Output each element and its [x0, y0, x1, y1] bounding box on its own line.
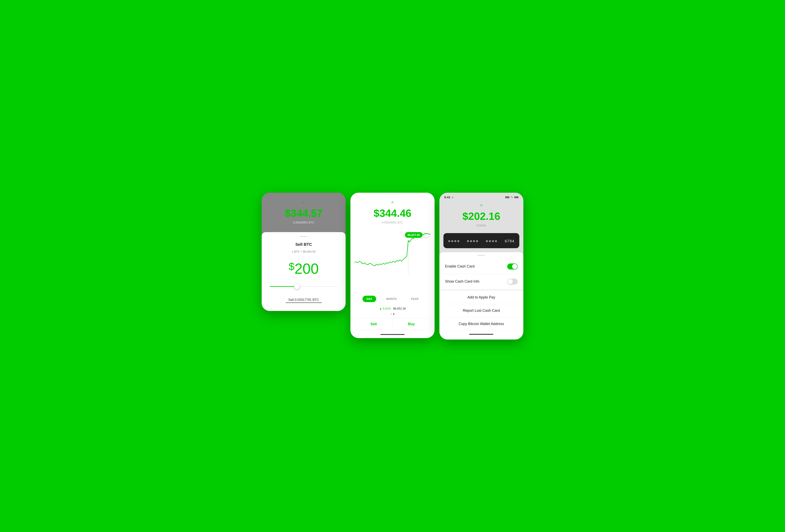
menu-item-enable-cash-card[interactable]: Enable Cash Card [439, 259, 523, 274]
sheet-handle-wrap [439, 252, 523, 259]
period-day-btn[interactable]: DAY [362, 296, 376, 302]
card-dot-group-1 [448, 240, 459, 242]
card-dot [489, 240, 491, 242]
stat-percent: ▲ 5.01% [379, 307, 391, 310]
cash-label: CASH [477, 224, 486, 227]
top-section-cash: ^ $202.16 CASH [439, 201, 523, 231]
status-bar: 9:43 ↗ ▮▮▮ ∿ ▮▮▮ [439, 193, 523, 201]
btc-balance: $344.57 [285, 207, 323, 219]
sell-btc-underline [286, 302, 322, 303]
stat-price: $6,852.38 [393, 307, 406, 310]
chart-stats: ▲ 5.01% $6,852.38 [350, 305, 434, 312]
enable-cash-card-toggle[interactable] [507, 264, 518, 269]
chart-section: $6,637.92 [350, 228, 434, 292]
show-cash-card-info-label: Show Cash Card Info [445, 280, 479, 284]
sell-footer: Sell 0.02917791 BTC [286, 298, 322, 303]
top-section-btc: ^ $344.57 0.05026901 BTC [262, 193, 346, 230]
screen-chart: ^ $344.46 0.05026901 BTC $6,637.92 DAY M… [350, 193, 434, 338]
enable-cash-card-label: Enable Cash Card [445, 264, 475, 268]
sell-button[interactable]: Sell [355, 318, 392, 330]
dot-2 [393, 313, 394, 315]
card-dot [495, 240, 497, 242]
toggle-thumb [512, 264, 517, 269]
status-time: 9:43 ↗ [444, 195, 453, 199]
card-dot [476, 240, 478, 242]
screen-sell-btc: ^ $344.57 0.05026901 BTC Sell BTC 1 BTC … [262, 193, 346, 311]
card-dot [467, 240, 469, 242]
card-dot [492, 240, 494, 242]
wifi-icon: ∿ [511, 195, 513, 199]
sell-btc-label: Sell 0.02917791 BTC [288, 298, 319, 302]
cash-card-sheet: Enable Cash Card Show Cash Card Info Add… [439, 252, 523, 340]
sell-slider[interactable] [268, 286, 339, 287]
sheet-handle-3 [478, 255, 485, 256]
top-section-chart: ^ $344.46 0.05026901 BTC [350, 193, 434, 228]
sell-rate: 1 BTC = $6,854.50 [292, 250, 315, 253]
period-year-btn[interactable]: YEAR [407, 296, 423, 302]
chart-tooltip: $6,637.92 [405, 232, 422, 238]
action-buttons: Sell Buy [354, 318, 430, 330]
chart-sub-amount: 0.05026901 BTC [382, 221, 403, 224]
menu-divider [439, 289, 523, 291]
buy-button[interactable]: Buy [393, 318, 430, 330]
copy-bitcoin-wallet-address-button[interactable]: Copy Bitcoin Wallet Address [439, 317, 523, 331]
card-dot-group-2 [467, 240, 478, 242]
slider-track [270, 286, 337, 287]
status-icons: ▮▮▮ ∿ ▮▮▮ [505, 195, 518, 199]
slider-thumb[interactable] [294, 284, 300, 289]
battery-icon: ▮▮▮ [514, 196, 518, 198]
home-indicator-3 [469, 334, 493, 335]
show-cash-card-info-toggle[interactable] [507, 278, 518, 285]
signal-icon: ▮▮▮ [505, 196, 509, 198]
card-dot [486, 240, 488, 242]
btc-sub-amount: 0.05026901 BTC [293, 221, 314, 224]
card-dot [451, 240, 453, 242]
card-dot [470, 240, 472, 242]
chevron-up-icon-2[interactable]: ^ [391, 201, 394, 206]
chevron-up-icon-3[interactable]: ^ [480, 204, 482, 209]
sell-title: Sell BTC [296, 242, 312, 247]
card-last-four: 6794 [505, 239, 514, 243]
dot-1 [391, 313, 392, 315]
screens-container: ^ $344.57 0.05026901 BTC Sell BTC 1 BTC … [262, 193, 523, 340]
sell-amount: $200 [289, 261, 319, 277]
toggle-thumb-2 [508, 279, 513, 284]
page-dots [350, 312, 434, 316]
sell-sheet: Sell BTC 1 BTC = $6,854.50 $200 Sell 0.0… [262, 232, 346, 311]
cash-balance: $202.16 [462, 210, 500, 222]
home-indicator-wrap [439, 331, 523, 340]
screen-cash-card: 9:43 ↗ ▮▮▮ ∿ ▮▮▮ ^ $202.16 CASH [439, 193, 523, 340]
card-dot-group-3 [486, 240, 497, 242]
slider-fill [270, 286, 297, 287]
card-dot [448, 240, 450, 242]
home-indicator [380, 334, 405, 335]
menu-item-show-cash-card-info[interactable]: Show Cash Card Info [439, 274, 523, 289]
chevron-up-icon[interactable]: ^ [303, 201, 305, 206]
card-dots-row: 6794 [448, 239, 514, 243]
location-icon: ↗ [452, 196, 453, 199]
card-dot [454, 240, 456, 242]
sheet-handle [300, 236, 307, 237]
period-month-btn[interactable]: MONTH [382, 296, 401, 302]
card-dot [473, 240, 475, 242]
period-selector: DAY MONTH YEAR [350, 292, 434, 305]
price-chart [354, 230, 430, 286]
cash-card-visual: 6794 [444, 233, 519, 248]
report-lost-cash-card-button[interactable]: Report Lost Cash Card [439, 304, 523, 317]
card-dot [457, 240, 459, 242]
add-to-apple-pay-button[interactable]: Add to Apple Pay [439, 291, 523, 304]
chart-balance: $344.46 [374, 207, 411, 219]
